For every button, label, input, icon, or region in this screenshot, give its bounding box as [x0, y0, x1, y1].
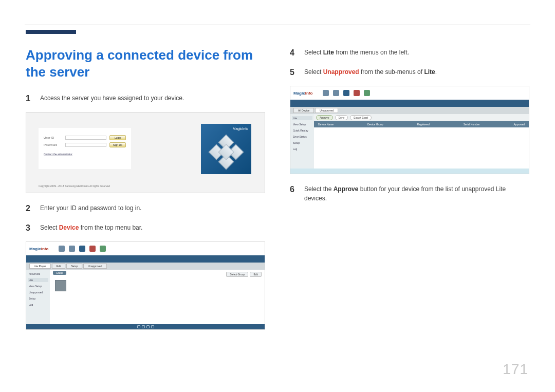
step4-post: from the menus on the left.	[334, 49, 409, 56]
contact-admin-link[interactable]: Contact the administrator	[44, 153, 126, 156]
device-icon[interactable]	[343, 90, 349, 96]
tab-lite-player[interactable]: Lite Player	[29, 264, 51, 269]
step-text: Select Unapproved from the sub-menus of …	[304, 66, 437, 77]
approve-button[interactable]: Approve	[316, 115, 333, 120]
sb-icon[interactable]	[137, 325, 140, 328]
step3-pre: Select	[40, 224, 59, 231]
top-icons	[59, 246, 106, 252]
logo-part2: Info	[305, 91, 313, 96]
setting-icon[interactable]	[100, 246, 106, 252]
col-device-name: Device Name	[318, 123, 334, 126]
side-lite[interactable]: Lite	[28, 278, 48, 282]
sb-icon[interactable]	[151, 325, 154, 328]
left-column: Approving a connected device from the se…	[26, 47, 265, 339]
step-1: 1 Access the server you have assigned to…	[26, 92, 265, 105]
app-main: Group Select Group Edit	[50, 270, 265, 324]
section-heading: Approving a connected device from the se…	[26, 47, 265, 80]
step-text: Access the server you have assigned to y…	[40, 92, 184, 103]
tab-unapproved-top[interactable]: Unapproved	[315, 108, 338, 113]
step-text: Select Lite from the menus on the left.	[304, 47, 409, 57]
status-bar	[26, 324, 265, 329]
edit-button[interactable]: Edit	[250, 272, 262, 277]
side-view-setup[interactable]: View Setup	[292, 122, 312, 126]
side-all-device[interactable]: All Device	[28, 272, 48, 276]
app-logo: MagicInfo	[293, 91, 312, 96]
col-serial: Serial Number	[464, 123, 480, 126]
group-chip[interactable]: Group	[53, 271, 66, 275]
step-number: 6	[290, 183, 297, 196]
side-unapproved[interactable]: Unapproved	[28, 290, 48, 294]
app-main: Approve Deny Export Excel Device Name De…	[314, 114, 529, 169]
side-log[interactable]: Log	[28, 303, 48, 307]
user-icon[interactable]	[89, 246, 96, 252]
step-5: 5 Select Unapproved from the sub-menus o…	[290, 66, 529, 79]
step5-post2: .	[435, 68, 437, 76]
user-icon[interactable]	[354, 90, 360, 96]
deny-button[interactable]: Deny	[335, 115, 348, 120]
main-buttons: Select Group Edit	[226, 272, 262, 277]
action-row: Approve Deny Export Excel	[314, 114, 529, 121]
content-icon[interactable]	[59, 246, 65, 252]
tab-unapproved[interactable]: Unapproved	[83, 264, 106, 269]
setting-icon[interactable]	[364, 90, 370, 96]
step-text: Select the Approve button for your devic…	[304, 183, 529, 203]
brand-graphic	[211, 137, 242, 167]
side-lite[interactable]: Lite	[292, 116, 312, 120]
col-registered: Registered	[417, 123, 430, 126]
tab-setup[interactable]: Setup	[66, 264, 82, 269]
login-button[interactable]: Login	[109, 135, 126, 140]
schedule-icon[interactable]	[333, 90, 339, 96]
page-number: 171	[503, 361, 528, 378]
side-error-status[interactable]: Error Status	[292, 135, 312, 139]
copyright-text: Copyright 2009 - 2013 Samsung Electronic…	[39, 184, 110, 188]
user-id-label: User ID	[44, 136, 62, 139]
logo-part1: Magic	[293, 91, 305, 96]
login-panel: User ID Login Password Sign Up Contact t…	[39, 128, 131, 169]
side-setup[interactable]: Setup	[28, 296, 48, 301]
tab-edit[interactable]: Edit	[52, 264, 66, 269]
step-number: 4	[290, 47, 297, 59]
step3-hl: Device	[59, 224, 79, 231]
side-view-setup[interactable]: View Setup	[28, 284, 48, 288]
side-quick-replay[interactable]: Quick Replay	[292, 128, 312, 133]
step5-pre: Select	[304, 68, 323, 76]
side-setup[interactable]: Setup	[292, 141, 312, 145]
step-number: 3	[26, 222, 33, 234]
step6-pre: Select the	[304, 185, 334, 193]
step4-pre: Select	[304, 49, 323, 56]
device-icon[interactable]	[79, 246, 85, 252]
app-sidebar: Lite View Setup Quick Replay Error Statu…	[290, 114, 314, 169]
top-icons	[323, 90, 370, 96]
step-number: 1	[26, 92, 33, 105]
step4-hl: Lite	[323, 49, 334, 56]
device-thumbnail[interactable]	[55, 280, 66, 291]
user-id-input[interactable]	[65, 136, 106, 140]
step5-hl2: Lite	[424, 68, 435, 76]
schedule-icon[interactable]	[69, 246, 75, 252]
signup-button[interactable]: Sign Up	[109, 142, 126, 147]
select-group-button[interactable]: Select Group	[226, 272, 248, 277]
password-input[interactable]	[65, 143, 106, 147]
app-navbar	[26, 255, 265, 263]
step-number: 5	[290, 66, 297, 79]
sb-icon[interactable]	[146, 325, 150, 328]
step-2: 2 Enter your ID and password to log in.	[26, 202, 265, 215]
app-body: All Device Lite View Setup Unapproved Se…	[26, 270, 265, 324]
tab-all-device[interactable]: All Device	[293, 108, 314, 113]
export-excel-button[interactable]: Export Excel	[350, 115, 372, 120]
side-log[interactable]: Log	[292, 147, 312, 151]
screenshot-device-view: MagicInfo Lite Player Edit Setup Unappro…	[26, 241, 265, 330]
app-topbar: MagicInfo	[26, 242, 265, 255]
step5-hl: Unapproved	[323, 68, 359, 76]
column-header-row: Device Name Device Group Registered Seri…	[314, 121, 529, 127]
step6-hl: Approve	[334, 185, 359, 193]
app-navbar	[290, 100, 529, 107]
step-4: 4 Select Lite from the menus on the left…	[290, 47, 529, 59]
step-text: Select Device from the top menu bar.	[40, 222, 142, 232]
right-column: 4 Select Lite from the menus on the left…	[290, 47, 529, 339]
col-approved: Approved	[514, 123, 525, 126]
content-icon[interactable]	[323, 90, 329, 96]
sb-icon[interactable]	[142, 325, 145, 328]
app-body: Lite View Setup Quick Replay Error Statu…	[290, 114, 529, 169]
step5-post: from the sub-menus of	[359, 68, 424, 76]
